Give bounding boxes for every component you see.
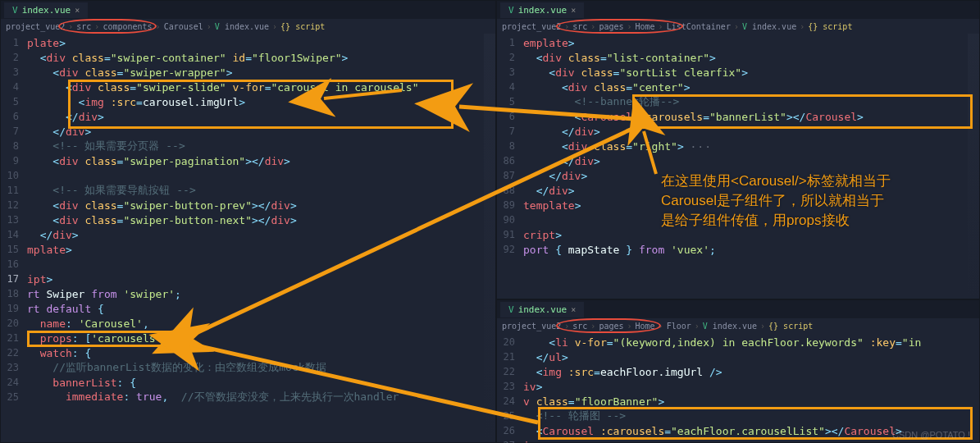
code-line[interactable]: 6 </div>	[1, 109, 495, 124]
code-line[interactable]: 21 </ul>	[497, 349, 979, 364]
bot-right-editor-pane: V index.vue × project_vue2 › src › pages…	[496, 299, 980, 443]
breadcrumb-seg[interactable]: src	[572, 322, 587, 331]
code-line[interactable]: 14 </div>	[1, 227, 495, 242]
line-number: 24	[497, 395, 523, 407]
code-line[interactable]: 19rt default {	[1, 301, 495, 316]
code-content: </div>	[523, 185, 575, 197]
code-line[interactable]: 10	[1, 168, 495, 183]
code-line[interactable]: 7 </div>	[497, 124, 979, 139]
line-number: 21	[497, 351, 523, 363]
breadcrumb-seg[interactable]: components	[103, 22, 152, 31]
code-content: port { mapState } from 'vuex';	[523, 244, 716, 256]
breadcrumb-sep: ›	[659, 22, 663, 31]
breadcrumb[interactable]: project_vue2 › src › pages › Home › Floo…	[497, 318, 979, 333]
breadcrumb[interactable]: project_vue2 › src › components › Carous…	[1, 19, 495, 34]
breadcrumb-seg[interactable]: Floor	[667, 322, 691, 331]
code-line[interactable]: 5 <img :src=carousel.imgUrl>	[1, 94, 495, 109]
code-line[interactable]: 1plate>	[1, 35, 495, 50]
code-content: rt default {	[27, 303, 104, 315]
code-line[interactable]: 20 name: 'Carousel',	[1, 316, 495, 331]
code-content: emplate>	[523, 37, 575, 49]
code-line[interactable]: 12 <div class="swiper-button-prev"></div…	[1, 198, 495, 212]
tab-index-vue[interactable]: V index.vue ×	[4, 2, 88, 18]
code-line[interactable]: 23iv>	[497, 379, 979, 394]
code-line[interactable]: 22 <img :src=eachFloor.imgUrl />	[497, 364, 979, 379]
minimap[interactable]	[484, 34, 495, 442]
code-line[interactable]: 20 <li v-for="(keyword,index) in eachFlo…	[497, 335, 979, 349]
breadcrumb-seg[interactable]: src	[76, 22, 91, 31]
code-line[interactable]: 25 <!-- 轮播图 -->	[497, 409, 979, 423]
breadcrumb-seg[interactable]: V index.vue	[215, 22, 269, 31]
code-line[interactable]: 5 <!--banner轮播-->	[497, 94, 979, 109]
code-line[interactable]: 8 <!-- 如果需要分页器 -->	[1, 139, 495, 153]
breadcrumb-seg[interactable]: pages	[599, 322, 623, 331]
code-line[interactable]: 24v class="floorBanner">	[497, 394, 979, 409]
vue-icon: V	[12, 5, 18, 16]
breadcrumb-seg[interactable]: src	[572, 22, 587, 31]
code-line[interactable]: 2 <div class="list-container">	[497, 50, 979, 65]
breadcrumb-seg[interactable]: {} script	[768, 322, 813, 331]
breadcrumb[interactable]: project_vue2 › src › pages › Home › List…	[497, 19, 979, 34]
code-line[interactable]: 21 props: ['carousels'],	[1, 331, 495, 345]
code-line[interactable]: 16	[1, 257, 495, 272]
code-content: <div class="swiper-container" id="floor1…	[27, 52, 348, 64]
code-line[interactable]: 3 <div class="swiper-wrapper">	[1, 65, 495, 80]
tab-bar: V index.vue ×	[497, 300, 979, 318]
minimap[interactable]	[968, 34, 979, 299]
code-line[interactable]: 11 <!-- 如果需要导航按钮 -->	[1, 183, 495, 198]
line-number: 20	[497, 336, 523, 348]
code-line[interactable]: 18rt Swiper from 'swiper';	[1, 286, 495, 301]
code-line[interactable]: 6 <Carousel :carousels="bannerList"></Ca…	[497, 109, 979, 124]
vue-icon: V	[508, 5, 514, 16]
code-content: <!-- 如果需要导航按钮 -->	[27, 183, 196, 198]
breadcrumb-sep: ›	[564, 322, 569, 331]
tab-bar: V index.vue ×	[497, 1, 979, 19]
breadcrumb-seg[interactable]: ListContainer	[667, 22, 731, 31]
breadcrumb-seg[interactable]: {} script	[808, 22, 852, 31]
code-line[interactable]: 15mplate>	[1, 242, 495, 257]
breadcrumb-seg[interactable]: V index.vue	[703, 322, 757, 331]
code-line[interactable]: 1emplate>	[497, 35, 979, 50]
code-area[interactable]: 1plate>2 <div class="swiper-container" i…	[1, 34, 495, 404]
tab-index-vue[interactable]: V index.vue ×	[500, 2, 584, 18]
code-line[interactable]: 92port { mapState } from 'vuex';	[497, 242, 979, 257]
line-number: 2	[497, 52, 523, 63]
code-line[interactable]: 4 <div class="center">	[497, 80, 979, 94]
breadcrumb-seg[interactable]: Carousel	[164, 22, 203, 31]
close-icon[interactable]: ×	[571, 305, 576, 314]
code-line[interactable]: 8 <div class="right"> ···	[497, 139, 979, 153]
code-line[interactable]: 4 <div class="swiper-slide" v-for="carou…	[1, 80, 495, 94]
code-area[interactable]: 20 <li v-for="(keyword,index) in eachFlo…	[497, 333, 979, 443]
close-icon[interactable]: ×	[571, 6, 576, 15]
code-line[interactable]: 86 </div>	[497, 153, 979, 168]
line-number: 90	[497, 214, 523, 226]
tab-index-vue[interactable]: V index.vue ×	[500, 302, 584, 317]
close-icon[interactable]: ×	[75, 6, 80, 15]
code-line[interactable]: 22 watch: {	[1, 345, 495, 360]
code-line[interactable]: 2 <div class="swiper-container" id="floo…	[1, 50, 495, 65]
code-content: ipt>	[27, 273, 52, 285]
code-line[interactable]: 25 immediate: true, //不管数据变没变，上来先执行一次han…	[1, 390, 495, 404]
line-number: 25	[1, 391, 27, 403]
code-content: bannerList: {	[27, 377, 136, 389]
line-number: 3	[497, 66, 523, 78]
breadcrumb-seg[interactable]: {} script	[280, 22, 325, 31]
code-line[interactable]: 7 </div>	[1, 124, 495, 139]
breadcrumb-seg[interactable]: project_vue2	[6, 22, 65, 31]
code-line[interactable]: 17ipt>	[1, 272, 495, 286]
breadcrumb-seg[interactable]: pages	[599, 22, 623, 31]
code-line[interactable]: 13 <div class="swiper-button-next"></div…	[1, 212, 495, 227]
code-line[interactable]: 9 <div class="swiper-pagination"></div>	[1, 153, 495, 168]
tab-bar: V index.vue ×	[1, 1, 495, 19]
code-content: </div>	[523, 155, 600, 167]
code-line[interactable]: 24 bannerList: {	[1, 375, 495, 390]
line-number: 23	[1, 362, 27, 373]
breadcrumb-seg[interactable]: V index.vue	[742, 22, 796, 31]
breadcrumb-seg[interactable]: project_vue2	[502, 322, 561, 331]
breadcrumb-seg[interactable]: Home	[636, 322, 655, 331]
breadcrumb-seg[interactable]: Home	[636, 22, 655, 31]
breadcrumb-sep: ›	[564, 22, 569, 31]
breadcrumb-seg[interactable]: project_vue2	[502, 22, 561, 31]
code-line[interactable]: 3 <div class="sortList clearfix">	[497, 65, 979, 80]
code-line[interactable]: 23 //监听bannerList数据的变化：由空数组变成mock数据	[1, 360, 495, 375]
